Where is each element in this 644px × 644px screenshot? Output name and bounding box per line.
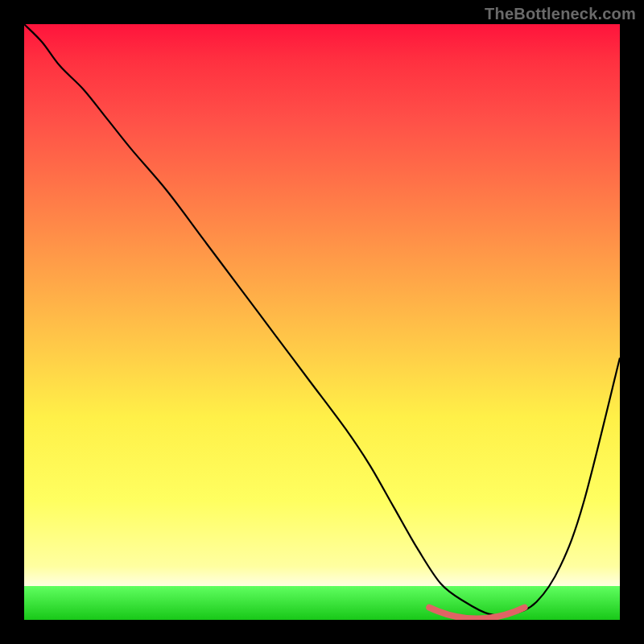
curve-svg <box>24 24 620 620</box>
bottleneck-curve <box>24 24 620 615</box>
attribution-text: TheBottleneck.com <box>485 5 636 23</box>
chart-frame: TheBottleneck.com <box>0 0 644 644</box>
